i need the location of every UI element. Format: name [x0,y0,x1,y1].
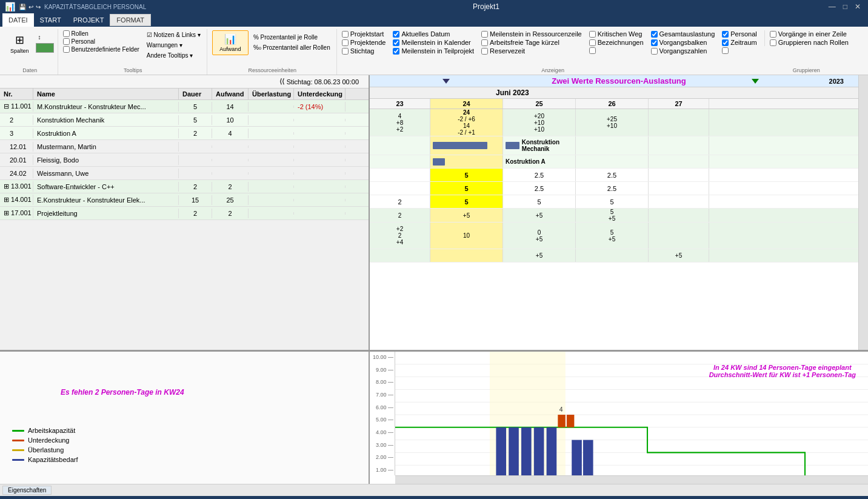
triangle-nav-green [752,78,759,85]
legend-kapazitätsbedarf: Kapazitätsbedarf [12,456,78,463]
table-row[interactable]: 20.01 Fleissig, Bodo [0,153,369,167]
cb-meilenstein-teilprojekt[interactable]: Meilenstein in Teilprojekt [393,47,474,55]
cb-meilenstein-kalender[interactable]: Meilenstein in Kalender [393,39,474,46]
warnungen-dropdown[interactable]: Warnungen ▾ [144,41,203,50]
svg-rect-10 [496,427,506,478]
val-plus4: +4 [396,239,403,246]
td-unterdeckung: -2 (14%) [294,102,346,112]
aufwand-button[interactable]: 📊 Aufwand [212,30,249,55]
cb-bezeichnungen[interactable]: Bezeichnungen [589,39,644,46]
legend-label-unterdeckung: Unterdeckung [28,437,70,444]
gantt-cell-25-5: 5 [503,195,576,208]
td-name: Kostruktion A [33,129,179,138]
td-name: Mustermann, Martin [33,142,179,152]
val-5-a: 5 [610,209,614,215]
notizen-dropdown[interactable]: ☑ Notizen & Links ▾ [144,30,203,39]
cb-kritischen-weg[interactable]: Kritischen Weg [589,30,644,38]
table-row[interactable]: 24.02 Weissmann, Uwe [0,167,369,180]
val-minus2plus1: -2 / +1 [458,129,475,136]
td-ueberlastung [249,159,294,161]
prozent-je-rolle-btn[interactable]: % Prozentanteil je Rolle [251,33,333,42]
td-unterdeckung [294,199,346,201]
gantt-cell-24-2 [430,155,503,168]
table-row[interactable]: 12.01 Mustermann, Martin [0,140,369,153]
menu-datei[interactable]: DATEI [2,13,34,27]
table-row[interactable]: ⊞ 13.001 Software-Entwickler - C++ 2 2 [0,180,369,193]
svg-rect-13 [534,427,544,478]
gantt-cell-25-0: +20 +10 +10 [503,109,576,136]
cb-zeitraum[interactable]: Zeitraum [722,39,756,46]
y-label-9: 9.00 — [371,367,393,373]
andere-tooltips-dropdown[interactable]: Andere Tooltips ▾ [144,51,203,60]
nav-left[interactable]: ⟨⟨ [277,78,287,85]
chart-hscrollbar[interactable] [395,475,868,484]
gantt-cell-23-0: 4 +8 +2 [370,109,430,136]
ribbon-filter-btn[interactable] [36,43,54,53]
td-nr: ⊞ 14.001 [0,195,33,205]
gantt-cell-23-3 [370,169,430,181]
val-plus10-b: +10 [534,126,544,133]
toolbar-icon-1[interactable]: 💾 [19,4,26,10]
cb-rollen[interactable]: Rollen [63,30,139,37]
cb-meilenstein-ressource[interactable]: Meilenstein in Ressourcenzeile [481,30,582,38]
ribbon-sort-btn[interactable]: ↕ [36,33,54,42]
maximize-button[interactable]: □ [841,2,850,11]
close-button[interactable]: ✕ [852,2,863,11]
svg-rect-19 [583,440,593,478]
td-aufwand: 10 [212,115,249,125]
table-row[interactable]: ⊟ 11.001 M.Konstrukteur - Konstrukteur M… [0,100,369,113]
menu-format[interactable]: FORMAT [110,14,151,26]
cb-benutzerdefinierte[interactable]: Benutzerdefinierte Felder [63,46,139,53]
gantt-cell-23-5: 2 [370,195,430,208]
year-label: 2023 [829,78,844,85]
cb-empty2 [722,47,756,54]
cb-gruppieren-rollen[interactable]: Gruppieren nach Rollen [770,39,849,46]
cb-aktuelles-datum[interactable]: Aktuelles Datum [393,30,474,38]
y-label-10: 10.00 — [371,354,393,360]
cb-vorgangszahlen[interactable]: Vorgangszahlen [651,47,715,55]
menu-start[interactable]: START [34,13,67,27]
gantt-cell-24-5: 5 [430,195,503,208]
cb-reservezeit[interactable]: Reservezeit [481,47,582,55]
cb-projektstart[interactable]: Projektstart [342,30,386,38]
cb-gesamtauslastung[interactable]: Gesamtauslastung [651,30,715,38]
gantt-vscrollbar[interactable] [858,75,868,350]
cb-empty1[interactable] [589,47,644,54]
table-row[interactable]: 2 Konstruktion Mechanik 5 10 [0,113,369,127]
cb-projektende[interactable]: Projektende [342,39,386,46]
legend-arbeitskapazitat: Arbeitskapazität [12,427,78,434]
tooltips-label: Tooltips [63,66,203,73]
legend-unterdeckung: Unterdeckung [12,437,78,444]
gantt-day-23: 23 [370,99,430,109]
td-aufwand: 2 [212,182,249,192]
cb-stichtag[interactable]: Stichtag [342,47,386,55]
stichtag-value: Stichtag: 08.06.23 00:00 [287,78,359,85]
cb-arbeitsfreie-tage[interactable]: Arbeitsfreie Tage kürzel [481,39,582,46]
td-dauer: 5 [179,115,212,125]
cb-personal-anzeigen[interactable]: Personal [722,30,756,38]
td-unterdeckung [294,186,346,188]
cb-personal[interactable]: Personal [63,38,139,45]
val-24: 24 [463,109,470,116]
td-dauer: 5 [179,102,212,112]
table-row[interactable]: ⊞ 17.001 Projektleitung 2 2 [0,207,369,220]
cb-vorgangsbalken[interactable]: Vorgangsbalken [651,39,715,46]
td-ueberlastung [249,119,294,121]
toolbar-icon-3[interactable]: ↪ [36,4,41,10]
td-name: M.Konstrukteur - Konstrukteur Mec... [33,102,179,112]
svg-rect-12 [521,427,532,478]
menu-projekt[interactable]: PROJEKT [67,13,110,27]
table-row[interactable]: ⊞ 14.001 E.Konstrukteur - Konstrukteur E… [0,193,369,207]
gantt-cell-27-7 [649,223,709,249]
value-plus8: +8 [396,119,403,126]
ribbon-spalten-button[interactable]: ⊞ Spalten [6,30,33,57]
toolbar-icon-2[interactable]: ↩ [28,4,33,10]
td-dauer: 15 [179,195,212,205]
eigenschaften-tab[interactable]: Eigenschaften [2,486,52,495]
table-row[interactable]: 3 Kostruktion A 2 4 [0,127,369,140]
cb-vorgaenge-zeile[interactable]: Vorgänge in einer Zeile [770,30,849,38]
gantt-day-24: 24 [430,99,503,109]
minimize-button[interactable]: — [826,2,838,11]
window-sub-title: KAPAZITÄTSABGLEICH PERSONAL [44,4,146,10]
prozent-alle-rollen-btn[interactable]: %₀ Prozentanteil aller Rollen [251,43,333,52]
